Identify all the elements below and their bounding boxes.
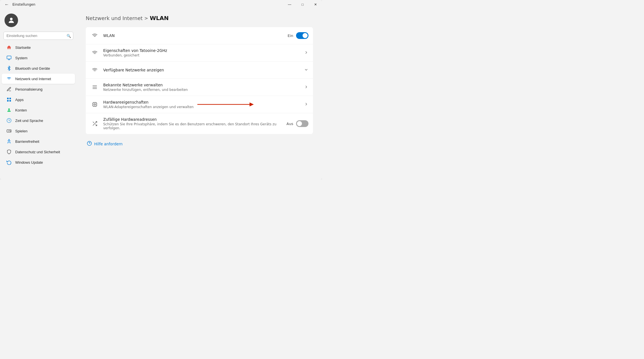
konten-icon (6, 107, 12, 113)
zufaellige-toggle[interactable] (296, 120, 308, 127)
wlan-toggle-label: Ein (288, 34, 293, 38)
main-content: Netzwerk und Internet > WLAN WLANEinEige… (77, 9, 322, 180)
svg-rect-7 (10, 100, 11, 102)
update-icon (6, 159, 12, 165)
spielen-icon (6, 128, 12, 134)
verfuegbare-text: Verfügbare Netzwerke anzeigen (103, 68, 304, 72)
sidebar-item-netzwerk[interactable]: Netzwerk und Internet (2, 74, 75, 84)
breadcrumb-parent: Netzwerk und Internet (86, 15, 143, 21)
chevron-down-icon (304, 67, 308, 73)
chevron-right-icon (304, 50, 308, 56)
svg-point-14 (10, 131, 11, 132)
sidebar-item-apps[interactable]: Apps (2, 95, 75, 105)
maximize-button[interactable]: □ (296, 0, 309, 9)
help-icon (87, 141, 92, 147)
chevron-right-icon (304, 102, 308, 107)
hardware-subtitle: WLAN-Adaptereigenschaften anzeigen und v… (103, 105, 304, 109)
search-area: 🔍 (3, 32, 73, 40)
apps-icon (6, 97, 12, 102)
back-button[interactable]: ← (3, 2, 10, 7)
settings-card: WLANEinEigenschaften von Tatooine-2GHzVe… (86, 27, 313, 134)
verfuegbare-icon (90, 65, 99, 75)
hardware-right (304, 102, 308, 107)
verfuegbare-title: Verfügbare Netzwerke anzeigen (103, 68, 304, 72)
help-row[interactable]: Hilfe anfordern (86, 136, 313, 147)
sidebar-item-spielen[interactable]: Spielen (2, 126, 75, 136)
bekannte-title: Bekannte Netzwerke verwalten (103, 83, 304, 87)
eigenschaften-subtitle: Verbunden, gesichert (103, 53, 304, 57)
search-icon: 🔍 (67, 34, 71, 38)
setting-row-eigenschaften[interactable]: Eigenschaften von Tatooine-2GHzVerbunden… (86, 44, 313, 62)
wlan-toggle-icon (90, 31, 99, 40)
nav-list: StartseiteSystemBluetooth und GeräteNetz… (0, 42, 77, 168)
sidebar-item-personalisierung[interactable]: Personalisierung (2, 84, 75, 94)
sidebar-label-bluetooth: Bluetooth und Geräte (15, 66, 50, 71)
breadcrumb-current: WLAN (150, 15, 169, 21)
sidebar-label-barrierefreiheit: Barrierefreiheit (15, 139, 39, 144)
personalisierung-icon (6, 86, 12, 92)
svg-point-0 (10, 18, 12, 20)
setting-row-hardware[interactable]: HardwareeigenschaftenWLAN-Adaptereigensc… (86, 96, 313, 113)
eigenschaften-icon (90, 48, 99, 57)
titlebar-left: ← Einstellungen (3, 2, 35, 7)
svg-rect-4 (7, 98, 8, 99)
sidebar-label-apps: Apps (15, 98, 24, 102)
sidebar-label-konten: Konten (15, 108, 27, 112)
titlebar-controls: — □ ✕ (283, 0, 322, 9)
sidebar-item-zeit[interactable]: Zeit und Sprache (2, 115, 75, 126)
settings-cards: WLANEinEigenschaften von Tatooine-2GHzVe… (86, 27, 313, 134)
bekannte-subtitle: Netzwerke hinzufügen, entfernen, und bea… (103, 88, 304, 92)
avatar[interactable] (5, 14, 18, 27)
sidebar-item-startseite[interactable]: Startseite (2, 42, 75, 52)
sidebar-item-barrierefreiheit[interactable]: Barrierefreiheit (2, 136, 75, 146)
setting-row-verfuegbare[interactable]: Verfügbare Netzwerke anzeigen (86, 62, 313, 79)
svg-rect-5 (10, 98, 11, 99)
wlan-toggle-title: WLAN (103, 33, 288, 38)
minimize-button[interactable]: — (283, 0, 296, 9)
sidebar-item-system[interactable]: System (2, 53, 75, 63)
sidebar-label-zeit: Zeit und Sprache (15, 119, 43, 123)
avatar-area (0, 11, 77, 32)
wlan-toggle-text: WLAN (103, 33, 288, 38)
sidebar-label-spielen: Spielen (15, 129, 27, 133)
zufaellige-icon (90, 119, 99, 128)
zufaellige-right: Aus (286, 120, 308, 127)
svg-rect-1 (7, 56, 11, 59)
svg-line-36 (93, 122, 94, 123)
settings-window: ← Einstellungen — □ ✕ 🔍 (0, 0, 322, 180)
svg-rect-22 (93, 102, 96, 106)
chevron-right-icon (304, 85, 308, 90)
sidebar-label-system: System (15, 56, 27, 60)
system-icon (6, 55, 12, 61)
sidebar-item-bluetooth[interactable]: Bluetooth und Geräte (2, 63, 75, 73)
sidebar-label-netzwerk: Netzwerk und Internet (15, 77, 51, 81)
wlan-toggle-toggle[interactable] (296, 32, 308, 39)
breadcrumb: Netzwerk und Internet > WLAN (86, 15, 313, 21)
titlebar-title: Einstellungen (12, 3, 35, 6)
sidebar-item-konten[interactable]: Konten (2, 105, 75, 115)
content-area: 🔍 StartseiteSystemBluetooth und GeräteNe… (0, 9, 322, 180)
bekannte-right (304, 85, 308, 90)
setting-row-zufaellige[interactable]: Zufällige HardwareadressenSchützen Sie I… (86, 113, 313, 134)
sidebar: 🔍 StartseiteSystemBluetooth und GeräteNe… (0, 9, 77, 180)
datenschutz-icon (6, 149, 12, 155)
setting-row-bekannte[interactable]: Bekannte Netzwerke verwaltenNetzwerke hi… (86, 79, 313, 96)
svg-rect-23 (94, 104, 96, 105)
wlan-toggle-right: Ein (288, 32, 308, 39)
bekannte-icon (90, 83, 99, 92)
sidebar-label-datenschutz: Datenschutz und Sicherheit (15, 150, 60, 154)
eigenschaften-right (304, 50, 308, 56)
bluetooth-icon (6, 65, 12, 71)
setting-row-wlan-toggle[interactable]: WLANEin (86, 27, 313, 44)
close-button[interactable]: ✕ (309, 0, 322, 9)
zeit-icon (6, 118, 12, 123)
svg-point-8 (8, 108, 10, 110)
svg-point-15 (9, 139, 10, 140)
help-label: Hilfe anfordern (94, 142, 123, 146)
hardware-title: Hardwareeigenschaften (103, 100, 304, 104)
sidebar-item-datenschutz[interactable]: Datenschutz und Sicherheit (2, 147, 75, 157)
search-input[interactable] (3, 32, 73, 40)
zufaellige-subtitle: Schützen Sie Ihre Privatsphäre, indem Si… (103, 122, 286, 130)
sidebar-item-update[interactable]: Windows Update (2, 157, 75, 167)
eigenschaften-text: Eigenschaften von Tatooine-2GHzVerbunden… (103, 48, 304, 57)
